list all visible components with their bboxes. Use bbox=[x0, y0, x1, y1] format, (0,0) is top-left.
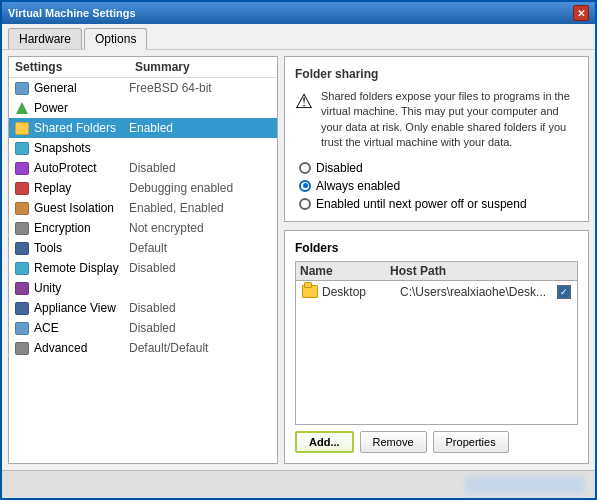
table-row[interactable]: Desktop C:\Users\realxiaohe\Desk... bbox=[298, 283, 575, 301]
setting-row-snapshots[interactable]: Snapshots bbox=[9, 138, 277, 158]
setting-row-tools[interactable]: Tools Default bbox=[9, 238, 277, 258]
icon-ace bbox=[13, 320, 31, 336]
setting-row-replay[interactable]: Replay Debugging enabled bbox=[9, 178, 277, 198]
icon-snapshots bbox=[13, 140, 31, 156]
setting-row-autoprotect[interactable]: AutoProtect Disabled bbox=[9, 158, 277, 178]
icon-autoprotect bbox=[13, 160, 31, 176]
virtual-machine-settings-window: Virtual Machine Settings ✕ Hardware Opti… bbox=[0, 0, 597, 500]
setting-row-power[interactable]: Power bbox=[9, 98, 277, 118]
radio-always-enabled[interactable]: Always enabled bbox=[299, 179, 578, 193]
folder-sharing-title: Folder sharing bbox=[295, 67, 578, 81]
folder-name: Desktop bbox=[322, 285, 396, 299]
col-path-header: Host Path bbox=[390, 264, 573, 278]
setting-row-encryption[interactable]: Encryption Not encrypted bbox=[9, 218, 277, 238]
col-name-header: Name bbox=[300, 264, 390, 278]
folder-checkbox[interactable] bbox=[557, 285, 571, 299]
setting-row-advanced[interactable]: Advanced Default/Default bbox=[9, 338, 277, 358]
setting-row-shared-folders[interactable]: Shared Folders Enabled bbox=[9, 118, 277, 138]
radio-until-power-off-label: Enabled until next power off or suspend bbox=[316, 197, 527, 211]
radio-disabled[interactable]: Disabled bbox=[299, 161, 578, 175]
warning-text: Shared folders expose your files to prog… bbox=[321, 89, 578, 151]
setting-row-general[interactable]: General FreeBSD 64-bit bbox=[9, 78, 277, 98]
tab-options[interactable]: Options bbox=[84, 28, 147, 50]
tab-bar: Hardware Options bbox=[2, 24, 595, 50]
setting-name-power: Power bbox=[34, 101, 129, 115]
folder-sharing-section: Folder sharing ⚠ Shared folders expose y… bbox=[284, 56, 589, 222]
folder-icon bbox=[302, 285, 318, 298]
close-button[interactable]: ✕ bbox=[573, 5, 589, 21]
setting-value-advanced: Default/Default bbox=[129, 341, 273, 355]
setting-name-appliance-view: Appliance View bbox=[34, 301, 129, 315]
radio-until-power-off[interactable]: Enabled until next power off or suspend bbox=[299, 197, 578, 211]
radio-group: Disabled Always enabled Enabled until ne… bbox=[295, 161, 578, 211]
right-panel: Folder sharing ⚠ Shared folders expose y… bbox=[284, 56, 589, 464]
setting-value-tools: Default bbox=[129, 241, 273, 255]
folders-table-body: Desktop C:\Users\realxiaohe\Desk... bbox=[296, 281, 577, 303]
setting-value-autoprotect: Disabled bbox=[129, 161, 273, 175]
setting-value-encryption: Not encrypted bbox=[129, 221, 273, 235]
setting-name-tools: Tools bbox=[34, 241, 129, 255]
radio-dot-disabled bbox=[299, 162, 311, 174]
icon-guest-isolation bbox=[13, 200, 31, 216]
icon-unity bbox=[13, 280, 31, 296]
main-content: Settings Summary General FreeBSD 64-bit … bbox=[2, 50, 595, 470]
icon-appliance-view bbox=[13, 300, 31, 316]
setting-name-shared-folders: Shared Folders bbox=[34, 121, 129, 135]
icon-advanced bbox=[13, 340, 31, 356]
icon-remote-display bbox=[13, 260, 31, 276]
title-bar: Virtual Machine Settings ✕ bbox=[2, 2, 595, 24]
setting-name-encryption: Encryption bbox=[34, 221, 129, 235]
radio-always-enabled-label: Always enabled bbox=[316, 179, 400, 193]
col-header-summary: Summary bbox=[129, 57, 277, 77]
warning-icon: ⚠ bbox=[295, 89, 313, 151]
setting-name-replay: Replay bbox=[34, 181, 129, 195]
window-title: Virtual Machine Settings bbox=[8, 7, 136, 19]
icon-power bbox=[13, 100, 31, 116]
setting-name-ace: ACE bbox=[34, 321, 129, 335]
setting-row-ace[interactable]: ACE Disabled bbox=[9, 318, 277, 338]
icon-general bbox=[13, 80, 31, 96]
radio-disabled-label: Disabled bbox=[316, 161, 363, 175]
bottom-bar bbox=[2, 470, 595, 498]
remove-button[interactable]: Remove bbox=[360, 431, 427, 453]
folders-title: Folders bbox=[295, 241, 578, 255]
setting-name-guest-isolation: Guest Isolation bbox=[34, 201, 129, 215]
setting-value-guest-isolation: Enabled, Enabled bbox=[129, 201, 273, 215]
properties-button[interactable]: Properties bbox=[433, 431, 509, 453]
icon-replay bbox=[13, 180, 31, 196]
col-header-settings: Settings bbox=[9, 57, 129, 77]
setting-name-advanced: Advanced bbox=[34, 341, 129, 355]
folders-section: Folders Name Host Path Desktop C:\Users\… bbox=[284, 230, 589, 464]
setting-row-guest-isolation[interactable]: Guest Isolation Enabled, Enabled bbox=[9, 198, 277, 218]
bottom-blur bbox=[465, 476, 585, 494]
setting-name-snapshots: Snapshots bbox=[34, 141, 129, 155]
folders-table: Name Host Path Desktop C:\Users\realxiao… bbox=[295, 261, 578, 425]
setting-value-ace: Disabled bbox=[129, 321, 273, 335]
icon-encryption bbox=[13, 220, 31, 236]
setting-name-general: General bbox=[34, 81, 129, 95]
setting-name-unity: Unity bbox=[34, 281, 129, 295]
setting-value-replay: Debugging enabled bbox=[129, 181, 273, 195]
setting-value-shared-folders: Enabled bbox=[129, 121, 273, 135]
icon-shared-folders bbox=[13, 120, 31, 136]
setting-row-appliance-view[interactable]: Appliance View Disabled bbox=[9, 298, 277, 318]
settings-list: Settings Summary General FreeBSD 64-bit … bbox=[8, 56, 278, 464]
warning-box: ⚠ Shared folders expose your files to pr… bbox=[295, 89, 578, 151]
tab-hardware[interactable]: Hardware bbox=[8, 28, 82, 49]
setting-name-remote-display: Remote Display bbox=[34, 261, 129, 275]
folders-table-header: Name Host Path bbox=[296, 262, 577, 281]
setting-name-autoprotect: AutoProtect bbox=[34, 161, 129, 175]
folder-path: C:\Users\realxiaohe\Desk... bbox=[400, 285, 553, 299]
settings-header: Settings Summary bbox=[9, 57, 277, 78]
radio-dot-until-power-off bbox=[299, 198, 311, 210]
svg-marker-0 bbox=[16, 102, 28, 114]
setting-row-unity[interactable]: Unity bbox=[9, 278, 277, 298]
setting-value-remote-display: Disabled bbox=[129, 261, 273, 275]
folder-buttons: Add... Remove Properties bbox=[295, 431, 578, 453]
add-button[interactable]: Add... bbox=[295, 431, 354, 453]
setting-value-general: FreeBSD 64-bit bbox=[129, 81, 273, 95]
icon-tools bbox=[13, 240, 31, 256]
setting-row-remote-display[interactable]: Remote Display Disabled bbox=[9, 258, 277, 278]
setting-value-appliance-view: Disabled bbox=[129, 301, 273, 315]
radio-dot-always-enabled bbox=[299, 180, 311, 192]
